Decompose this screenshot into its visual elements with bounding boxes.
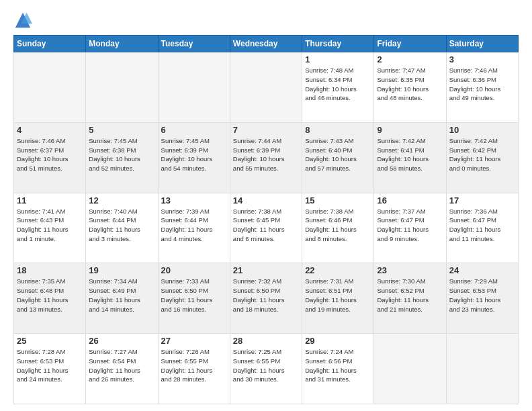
calendar-cell: 20Sunrise: 7:33 AM Sunset: 6:50 PM Dayli… (158, 263, 230, 334)
calendar-cell: 15Sunrise: 7:38 AM Sunset: 6:46 PM Dayli… (302, 193, 374, 263)
day-info: Sunrise: 7:45 AM Sunset: 6:38 PM Dayligh… (89, 136, 154, 173)
calendar-cell (14, 52, 86, 123)
calendar-cell: 17Sunrise: 7:36 AM Sunset: 6:47 PM Dayli… (446, 193, 518, 263)
day-number: 7 (233, 125, 299, 135)
day-number: 2 (377, 54, 443, 64)
day-info: Sunrise: 7:25 AM Sunset: 6:55 PM Dayligh… (233, 347, 299, 384)
day-info: Sunrise: 7:27 AM Sunset: 6:54 PM Dayligh… (89, 347, 154, 384)
week-row-2: 4Sunrise: 7:46 AM Sunset: 6:37 PM Daylig… (14, 122, 519, 193)
weekday-header-saturday: Saturday (446, 36, 518, 52)
weekday-header-sunday: Sunday (14, 36, 86, 52)
day-info: Sunrise: 7:44 AM Sunset: 6:39 PM Dayligh… (233, 136, 299, 173)
calendar-cell: 9Sunrise: 7:42 AM Sunset: 6:41 PM Daylig… (374, 122, 446, 193)
day-number: 20 (161, 265, 227, 275)
logo (13, 11, 35, 30)
day-number: 25 (17, 336, 83, 346)
day-info: Sunrise: 7:42 AM Sunset: 6:42 PM Dayligh… (449, 136, 515, 173)
header (13, 11, 519, 30)
day-number: 6 (161, 125, 227, 135)
day-info: Sunrise: 7:48 AM Sunset: 6:34 PM Dayligh… (305, 66, 371, 103)
weekday-header-tuesday: Tuesday (158, 36, 230, 52)
weekday-header-monday: Monday (86, 36, 158, 52)
calendar-cell: 16Sunrise: 7:37 AM Sunset: 6:47 PM Dayli… (374, 193, 446, 263)
week-row-5: 25Sunrise: 7:28 AM Sunset: 6:53 PM Dayli… (14, 334, 519, 404)
day-number: 1 (305, 54, 371, 64)
day-info: Sunrise: 7:35 AM Sunset: 6:48 PM Dayligh… (17, 277, 83, 314)
day-info: Sunrise: 7:41 AM Sunset: 6:43 PM Dayligh… (17, 207, 83, 244)
day-number: 3 (449, 54, 515, 64)
day-number: 10 (449, 125, 515, 135)
day-number: 4 (17, 125, 83, 135)
week-row-4: 18Sunrise: 7:35 AM Sunset: 6:48 PM Dayli… (14, 263, 519, 334)
day-number: 8 (305, 125, 371, 135)
weekday-header-row: SundayMondayTuesdayWednesdayThursdayFrid… (14, 36, 519, 52)
calendar-cell: 3Sunrise: 7:46 AM Sunset: 6:36 PM Daylig… (446, 52, 518, 123)
calendar-cell: 14Sunrise: 7:38 AM Sunset: 6:45 PM Dayli… (230, 193, 302, 263)
day-number: 28 (233, 336, 299, 346)
calendar-cell: 13Sunrise: 7:39 AM Sunset: 6:44 PM Dayli… (158, 193, 230, 263)
calendar-cell: 19Sunrise: 7:34 AM Sunset: 6:49 PM Dayli… (86, 263, 158, 334)
day-number: 12 (89, 195, 154, 205)
logo-icon (13, 11, 32, 30)
calendar-cell: 24Sunrise: 7:29 AM Sunset: 6:53 PM Dayli… (446, 263, 518, 334)
day-info: Sunrise: 7:34 AM Sunset: 6:49 PM Dayligh… (89, 277, 154, 314)
day-info: Sunrise: 7:39 AM Sunset: 6:44 PM Dayligh… (161, 207, 227, 244)
day-number: 22 (305, 265, 371, 275)
calendar-cell: 7Sunrise: 7:44 AM Sunset: 6:39 PM Daylig… (230, 122, 302, 193)
calendar-table: SundayMondayTuesdayWednesdayThursdayFrid… (13, 35, 519, 404)
day-info: Sunrise: 7:30 AM Sunset: 6:52 PM Dayligh… (377, 277, 443, 314)
calendar-cell: 18Sunrise: 7:35 AM Sunset: 6:48 PM Dayli… (14, 263, 86, 334)
weekday-header-friday: Friday (374, 36, 446, 52)
calendar-cell: 5Sunrise: 7:45 AM Sunset: 6:38 PM Daylig… (86, 122, 158, 193)
calendar-cell (158, 52, 230, 123)
day-info: Sunrise: 7:32 AM Sunset: 6:50 PM Dayligh… (233, 277, 299, 314)
calendar-cell: 25Sunrise: 7:28 AM Sunset: 6:53 PM Dayli… (14, 334, 86, 404)
calendar-cell: 23Sunrise: 7:30 AM Sunset: 6:52 PM Dayli… (374, 263, 446, 334)
day-number: 29 (305, 336, 371, 346)
day-info: Sunrise: 7:26 AM Sunset: 6:55 PM Dayligh… (161, 347, 227, 384)
page: SundayMondayTuesdayWednesdayThursdayFrid… (0, 0, 532, 411)
calendar-cell (446, 334, 518, 404)
week-row-3: 11Sunrise: 7:41 AM Sunset: 6:43 PM Dayli… (14, 193, 519, 263)
week-row-1: 1Sunrise: 7:48 AM Sunset: 6:34 PM Daylig… (14, 52, 519, 123)
day-number: 21 (233, 265, 299, 275)
day-info: Sunrise: 7:37 AM Sunset: 6:47 PM Dayligh… (377, 207, 443, 244)
day-info: Sunrise: 7:38 AM Sunset: 6:45 PM Dayligh… (233, 207, 299, 244)
day-info: Sunrise: 7:46 AM Sunset: 6:36 PM Dayligh… (449, 66, 515, 103)
day-number: 14 (233, 195, 299, 205)
day-number: 17 (449, 195, 515, 205)
day-number: 24 (449, 265, 515, 275)
weekday-header-thursday: Thursday (302, 36, 374, 52)
calendar-cell: 2Sunrise: 7:47 AM Sunset: 6:35 PM Daylig… (374, 52, 446, 123)
day-number: 11 (17, 195, 83, 205)
day-info: Sunrise: 7:42 AM Sunset: 6:41 PM Dayligh… (377, 136, 443, 173)
day-info: Sunrise: 7:28 AM Sunset: 6:53 PM Dayligh… (17, 347, 83, 384)
day-info: Sunrise: 7:29 AM Sunset: 6:53 PM Dayligh… (449, 277, 515, 314)
calendar-cell (86, 52, 158, 123)
calendar-cell: 12Sunrise: 7:40 AM Sunset: 6:44 PM Dayli… (86, 193, 158, 263)
day-info: Sunrise: 7:36 AM Sunset: 6:47 PM Dayligh… (449, 207, 515, 244)
calendar-cell: 1Sunrise: 7:48 AM Sunset: 6:34 PM Daylig… (302, 52, 374, 123)
day-number: 26 (89, 336, 154, 346)
day-info: Sunrise: 7:33 AM Sunset: 6:50 PM Dayligh… (161, 277, 227, 314)
day-number: 27 (161, 336, 227, 346)
day-number: 5 (89, 125, 154, 135)
calendar-cell: 4Sunrise: 7:46 AM Sunset: 6:37 PM Daylig… (14, 122, 86, 193)
day-number: 15 (305, 195, 371, 205)
day-number: 9 (377, 125, 443, 135)
calendar-cell (230, 52, 302, 123)
calendar-cell (374, 334, 446, 404)
calendar-cell: 29Sunrise: 7:24 AM Sunset: 6:56 PM Dayli… (302, 334, 374, 404)
calendar-cell: 10Sunrise: 7:42 AM Sunset: 6:42 PM Dayli… (446, 122, 518, 193)
calendar-cell: 28Sunrise: 7:25 AM Sunset: 6:55 PM Dayli… (230, 334, 302, 404)
day-info: Sunrise: 7:45 AM Sunset: 6:39 PM Dayligh… (161, 136, 227, 173)
day-number: 18 (17, 265, 83, 275)
calendar-cell: 11Sunrise: 7:41 AM Sunset: 6:43 PM Dayli… (14, 193, 86, 263)
calendar-cell: 26Sunrise: 7:27 AM Sunset: 6:54 PM Dayli… (86, 334, 158, 404)
day-number: 13 (161, 195, 227, 205)
day-info: Sunrise: 7:47 AM Sunset: 6:35 PM Dayligh… (377, 66, 443, 103)
day-info: Sunrise: 7:46 AM Sunset: 6:37 PM Dayligh… (17, 136, 83, 173)
calendar-cell: 21Sunrise: 7:32 AM Sunset: 6:50 PM Dayli… (230, 263, 302, 334)
calendar-cell: 6Sunrise: 7:45 AM Sunset: 6:39 PM Daylig… (158, 122, 230, 193)
day-number: 23 (377, 265, 443, 275)
